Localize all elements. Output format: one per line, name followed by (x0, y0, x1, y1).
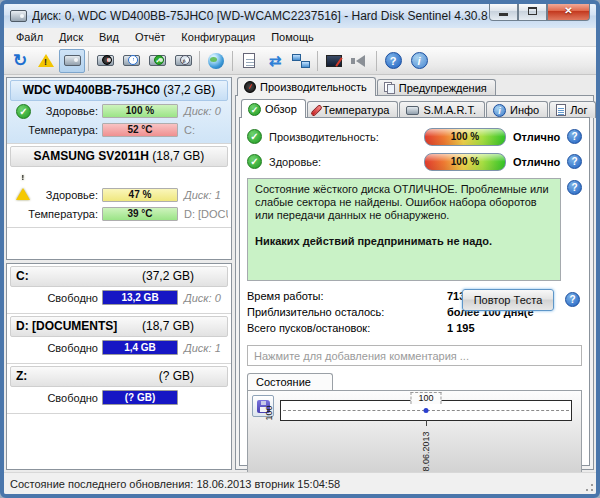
health-label: Здоровье: (269, 156, 417, 168)
disk-scheduled-test-button[interactable] (118, 49, 144, 73)
health-rating: Отлично (513, 156, 560, 168)
app-disk-icon (10, 10, 27, 22)
partition-size: (37,2 GB) (142, 269, 194, 283)
menu-file[interactable]: Файл (8, 29, 51, 45)
title-bar[interactable]: Диск: 0, WDC WD400BB-75JHC0 [WD-WCAMC223… (4, 4, 596, 28)
pages-icon (384, 82, 395, 94)
about-button[interactable]: i (406, 49, 432, 73)
outer-tabs: Производительность Предупреждения (235, 77, 594, 96)
help-icon[interactable]: ? (567, 180, 582, 195)
tab-alerts[interactable]: Предупреждения (377, 79, 496, 96)
menu-configuration[interactable]: Конфигурация (173, 29, 263, 45)
tab-performance[interactable]: Производительность (237, 77, 376, 96)
health-metric-row: ✓ Здоровье: 100 % Отлично ? (247, 149, 582, 174)
disk-size: (18,7 GB) (152, 149, 204, 163)
help-icon[interactable]: ? (567, 154, 582, 169)
disk-quick-test-button[interactable]: ✓ (144, 49, 170, 73)
overview-page: ✓ Производительность: 100 % Отлично ? ✓ … (239, 117, 590, 466)
tab-log[interactable]: Лог (549, 101, 596, 118)
disk-item-samsung[interactable]: SAMSUNG SV2011H (18,7 GB) ! Здоровье: 47… (7, 144, 231, 228)
menu-bar: Файл Диск Вид Отчёт Конфигурация Помощь (4, 28, 596, 47)
stat-label: Всего пусков/остановок: (247, 320, 447, 336)
ok-icon: ✓ (247, 129, 262, 144)
chart-tab-label[interactable]: Состояние (%) (247, 373, 333, 391)
partition-size: (18,7 GB) (142, 319, 194, 333)
menu-view[interactable]: Вид (91, 29, 127, 45)
globe-icon (208, 53, 224, 69)
data-point-label: 100 (410, 392, 441, 404)
help-icon[interactable]: ? (565, 292, 580, 307)
drive-letter: D: [DOCUME (178, 208, 228, 220)
speaker-icon (356, 55, 365, 67)
tab-info[interactable]: i Инфо (486, 101, 548, 118)
x-axis-label: 18.06.2013 (421, 431, 431, 476)
temperature-label: Температура: (10, 208, 102, 220)
partition-item-z[interactable]: Z: (? GB) Свободно (? GB) (7, 364, 231, 414)
report-page-icon (243, 53, 255, 68)
right-panel: Производительность Предупреждения ✓ Обзо… (235, 77, 594, 470)
performance-rating: Отлично (513, 131, 560, 143)
health-bar: 100 % (424, 153, 506, 171)
partition-header: C: (37,2 GB) (10, 266, 228, 287)
comment-input[interactable] (247, 345, 582, 366)
detect-disks-button[interactable] (59, 49, 85, 73)
alerts-button[interactable]: ! (33, 49, 59, 73)
tab-temperature[interactable]: Температура (307, 101, 399, 118)
temperature-bar: 39 °C (102, 207, 178, 221)
temperature-label: Температура: (10, 124, 102, 136)
health-history-chart: Состояние (%) 100 100 (247, 373, 582, 460)
chart-plot-strip: 100 (280, 400, 572, 421)
disk-name-header: WDC WD400BB-75JHC0 (37,2 GB) (10, 80, 228, 101)
partition-size: (? GB) (159, 369, 194, 383)
report-button[interactable] (236, 49, 262, 73)
disk-name: SAMSUNG SV2011H (34, 149, 149, 163)
display-settings-button[interactable] (321, 49, 347, 73)
health-bar: 100 % (102, 104, 178, 118)
menu-report[interactable]: Отчёт (127, 29, 173, 45)
disk-list: WDC WD400BB-75JHC0 (37,2 GB) ✓ Здоровье:… (6, 77, 232, 260)
resize-grip[interactable] (583, 481, 595, 493)
disk-ok-icon: ✓ (16, 104, 31, 119)
partition-item-c[interactable]: C: (37,2 GB) Свободно 13,2 GB Диск: 0 (7, 264, 231, 314)
online-status-button[interactable] (203, 49, 229, 73)
minimize-icon (499, 13, 508, 16)
network-button[interactable] (288, 49, 314, 73)
drive-letter: C: (178, 124, 228, 136)
free-label: Свободно (10, 342, 102, 354)
partition-header: Z: (? GB) (10, 366, 228, 387)
status-bar: Состояние последнего обновления: 18.06.2… (4, 472, 596, 494)
partition-item-d[interactable]: D: [DOCUMENTS] (18,7 GB) Свободно 1,4 GB… (7, 314, 231, 364)
sync-button[interactable]: ⇄ (262, 49, 288, 73)
free-label: Свободно (10, 292, 102, 304)
partition-header: D: [DOCUMENTS] (18,7 GB) (10, 316, 228, 337)
chart-data-point (424, 408, 429, 413)
menu-help[interactable]: Помощь (263, 29, 322, 45)
disk-gauge-icon (97, 55, 114, 66)
retest-button[interactable]: Повтор Теста (462, 289, 554, 311)
disk-item-wdc[interactable]: WDC WD400BB-75JHC0 (37,2 GB) ✓ Здоровье:… (7, 78, 231, 144)
minimize-button[interactable] (489, 3, 518, 21)
refresh-button[interactable]: ↻ (7, 49, 33, 73)
toolbar-separator (199, 51, 200, 71)
tab-overview[interactable]: ✓ Обзор (241, 99, 306, 118)
close-button[interactable]: ✕ (547, 3, 590, 21)
disk-number: Диск: 0 (178, 105, 228, 117)
info-balloon-icon: i (493, 104, 506, 117)
app-window: Диск: 0, WDC WD400BB-75JHC0 [WD-WCAMC223… (0, 0, 600, 498)
maximize-button[interactable] (518, 3, 547, 21)
sound-settings-button[interactable] (347, 49, 373, 73)
tab-smart[interactable]: S.M.A.R.T. (399, 101, 485, 118)
status-text: Состояние последнего обновления: 18.06.2… (10, 478, 340, 490)
free-space-bar: (? GB) (102, 390, 178, 405)
help-icon[interactable]: ? (567, 129, 582, 144)
menu-disk[interactable]: Диск (51, 29, 91, 45)
check-icon: ✓ (248, 103, 261, 116)
help-button[interactable]: ? (380, 49, 406, 73)
network-computers-icon (292, 54, 310, 68)
disk-performance-test-button[interactable] (92, 49, 118, 73)
disk-surface-test-button[interactable]: ⌕ (170, 49, 196, 73)
status-message-box: Состояние жёсткого диска ОТЛИЧНОЕ. Пробл… (247, 178, 561, 281)
window-controls: ✕ (489, 3, 590, 21)
disk-number: Диск: 1 (178, 342, 228, 354)
stat-label: Время работы: (247, 288, 447, 304)
